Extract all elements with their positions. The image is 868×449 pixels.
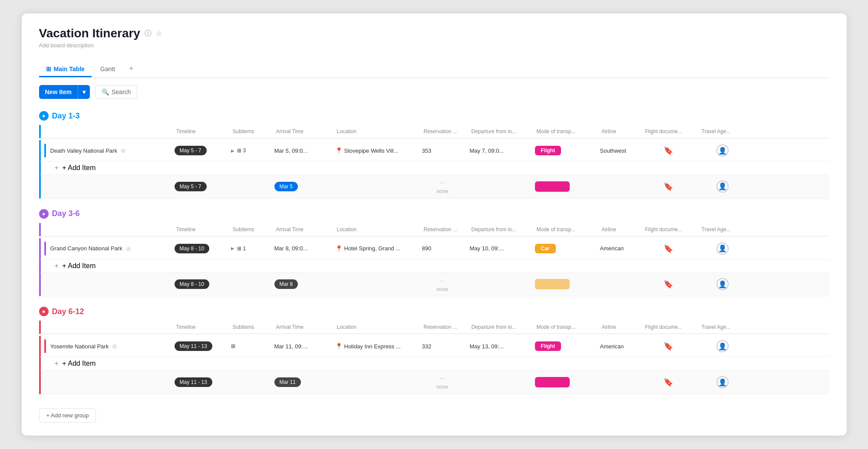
location-text-2-1: Hotel Spring, Grand ... — [344, 245, 400, 252]
cell-arrival-1-1[interactable]: Mar 5, 09:0... — [271, 146, 332, 156]
toolbar: New Item ▾ 🔍 Search — [39, 85, 829, 99]
cell-subitems-3-1[interactable]: ⊞ — [228, 341, 271, 351]
cell-timeline-3-1[interactable]: May 11 - 13 — [171, 340, 228, 353]
cell-airline-1-1[interactable]: Southwest — [597, 146, 640, 156]
none-cell-departure-1 — [466, 185, 531, 188]
add-group-button[interactable]: + Add new group — [39, 408, 96, 423]
none-cell-reservation-3: – none — [419, 372, 466, 392]
subitems-icon-3-1: ⊞ — [231, 343, 235, 349]
col-reservation-2: Reservation ... — [420, 225, 468, 234]
none-file-icon-2: 🔖 — [663, 279, 673, 289]
cell-subitems-2-1[interactable]: ▶ ⊞ 1 — [228, 244, 271, 253]
add-item-row-2[interactable]: + + Add Item — [39, 259, 829, 273]
location-pin-1-1: 📍 — [335, 147, 343, 154]
cell-departure-1-1[interactable]: May 7, 09:0... — [466, 146, 531, 156]
add-item-row-1[interactable]: + + Add Item — [39, 161, 829, 175]
group-title-1[interactable]: Day 1-3 — [52, 111, 80, 121]
cell-location-2-1[interactable]: 📍 Hotel Spring, Grand ... — [332, 243, 419, 254]
cell-departure-3-1[interactable]: May 13, 09:... — [466, 341, 531, 351]
add-item-label-3: + Add Item — [62, 360, 96, 367]
col-location-2: Location — [333, 225, 420, 234]
color-bar-2-1 — [44, 242, 46, 256]
none-cell-name-1 — [41, 185, 171, 188]
cell-person-3-1[interactable]: 👤 — [696, 338, 749, 354]
cell-reservation-1-1[interactable]: 353 — [419, 146, 466, 156]
board-description[interactable]: Add board description — [39, 42, 829, 49]
none-row-2: May 8 - 10 Mar 8 – none 🔖 — [39, 273, 829, 297]
col-arrival-2: Arrival Time — [273, 225, 333, 234]
tab-gantt[interactable]: Gantt — [93, 62, 122, 77]
col-arrival-1: Arrival Time — [273, 127, 333, 136]
new-item-arrow[interactable]: ▾ — [78, 85, 90, 99]
tabs-row: ⊞ Main Table Gantt + — [39, 61, 829, 78]
cell-transport-3-1[interactable]: Flight — [531, 340, 597, 353]
item-name-2-1[interactable]: Grand Canyon National Park — [50, 245, 122, 252]
info-icon[interactable]: ⓘ — [145, 29, 152, 38]
col-subitems-3: Subitems — [229, 322, 273, 332]
reservation-3-1: 332 — [422, 343, 432, 350]
col-reservation-1: Reservation ... — [420, 127, 468, 136]
col-transport-2: Mode of transp... — [533, 225, 598, 234]
add-group-label: + Add new group — [46, 412, 89, 419]
cell-airline-3-1[interactable]: American — [597, 341, 640, 351]
cell-arrival-3-1[interactable]: Mar 11, 09:... — [271, 341, 332, 351]
none-cell-location-3 — [332, 380, 419, 384]
search-label: Search — [112, 88, 131, 95]
cell-location-3-1[interactable]: 📍 Holiday Inn Express ... — [332, 341, 419, 351]
tab-main-table[interactable]: ⊞ Main Table — [39, 62, 92, 77]
col-timeline-2: Timeline — [173, 225, 229, 234]
plus-icon-1: + — [55, 164, 59, 171]
col-flight-doc-3: Flight docume... — [642, 322, 698, 332]
departure-3-1: May 13, 09:... — [470, 343, 504, 350]
table-3: Timeline Subitems Arrival Time Location … — [39, 321, 829, 394]
cell-file-1-1[interactable]: 🔖 — [640, 144, 696, 157]
none-text-2: none — [436, 286, 448, 292]
item-name-1-1[interactable]: Death Valley National Park — [50, 147, 117, 154]
item-name-3-1[interactable]: Yosemite National Park — [50, 343, 109, 350]
add-item-row-3[interactable]: + + Add Item — [39, 357, 829, 370]
arrival-time-2-1: Mar 8, 09:0... — [274, 245, 308, 252]
timeline-badge-3-1: May 11 - 13 — [175, 341, 212, 351]
cell-timeline-2-1[interactable]: May 8 - 10 — [171, 242, 228, 255]
cell-location-1-1[interactable]: 📍 Stovepipe Wells Vill... — [332, 145, 419, 156]
none-cell-arrival-2: Mar 8 — [271, 278, 332, 291]
cell-reservation-3-1[interactable]: 332 — [419, 341, 466, 351]
none-cell-location-1 — [332, 185, 419, 188]
col-name-2 — [43, 225, 173, 234]
add-subitem-icon-1-1[interactable]: ⊕ — [121, 147, 126, 154]
table-row: Death Valley National Park ⊕ May 5 - 7 ▶… — [39, 140, 829, 161]
cell-reservation-2-1[interactable]: 890 — [419, 243, 466, 253]
cell-file-2-1[interactable]: 🔖 — [640, 242, 696, 256]
none-dash-1: – — [440, 178, 444, 187]
table-icon: ⊞ — [46, 66, 51, 72]
col-headers-1: Timeline Subitems Arrival Time Location … — [39, 125, 829, 138]
expand-icon-2-1: ▶ — [231, 246, 234, 251]
group-title-2[interactable]: Day 3-6 — [52, 209, 80, 218]
cell-departure-2-1[interactable]: May 10, 09:... — [466, 243, 531, 253]
search-icon: 🔍 — [102, 88, 109, 95]
group-dot-3[interactable]: ● — [39, 307, 49, 316]
cell-person-1-1[interactable]: 👤 — [696, 143, 749, 158]
add-subitem-icon-2-1[interactable]: ⊕ — [126, 245, 131, 252]
search-box[interactable]: 🔍 Search — [95, 85, 137, 99]
cell-transport-1-1[interactable]: Flight — [531, 144, 597, 157]
group-title-3[interactable]: Day 6-12 — [52, 307, 84, 316]
tab-add-button[interactable]: + — [124, 61, 139, 78]
new-item-button[interactable]: New Item ▾ — [39, 85, 90, 99]
col-arrival-3: Arrival Time — [273, 322, 333, 332]
cell-timeline-1-1[interactable]: May 5 - 7 — [171, 144, 228, 157]
cell-airline-2-1[interactable]: American — [597, 243, 640, 253]
add-subitem-icon-3-1[interactable]: ⊕ — [112, 343, 117, 350]
cell-file-3-1[interactable]: 🔖 — [640, 339, 696, 353]
app-container: Vacation Itinerary ⓘ ☆ Add board descrip… — [22, 13, 847, 436]
none-cell-departure-3 — [466, 380, 531, 384]
group-dot-1[interactable]: ● — [39, 111, 49, 121]
subitems-1-1: ▶ ⊞ 3 — [231, 147, 246, 154]
cell-subitems-1-1[interactable]: ▶ ⊞ 3 — [228, 146, 271, 155]
col-location-3: Location — [333, 322, 420, 332]
group-dot-2[interactable]: ● — [39, 209, 49, 219]
cell-arrival-2-1[interactable]: Mar 8, 09:0... — [271, 243, 332, 253]
cell-transport-2-1[interactable]: Car — [531, 242, 597, 255]
cell-person-2-1[interactable]: 👤 — [696, 241, 749, 256]
star-icon[interactable]: ☆ — [156, 29, 162, 38]
